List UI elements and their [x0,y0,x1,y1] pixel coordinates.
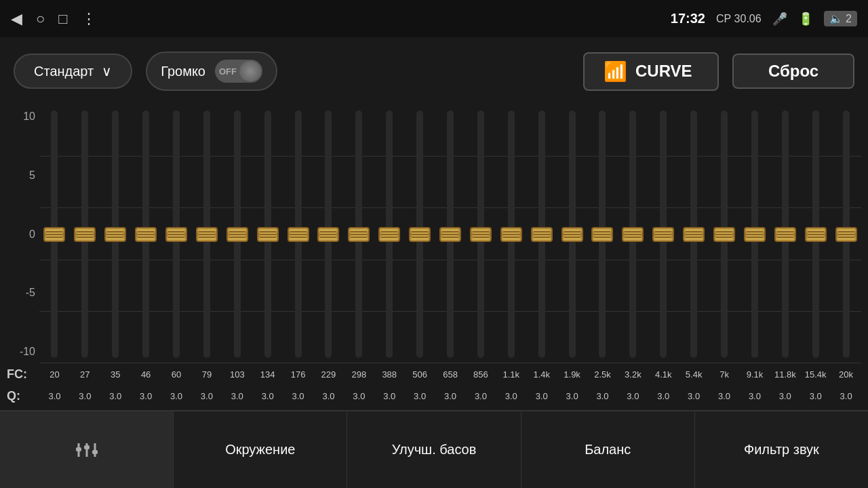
q-val-24: 3.0 [770,391,800,401]
slider-handle-5[interactable] [196,227,218,242]
volume-badge: 🔈 2 [824,11,857,26]
status-date: СР 30.06 [716,13,762,25]
svg-rect-5 [92,450,98,454]
slider-handle-12[interactable] [409,227,431,242]
curve-label: CURVE [635,62,692,81]
freq-val-2: 35 [100,369,131,380]
slider-col-17 [557,110,587,358]
slider-handle-18[interactable] [591,227,613,242]
slider-track-19[interactable] [629,110,636,358]
slider-handle-10[interactable] [348,227,370,242]
tab-surround[interactable]: Окружение [174,411,347,488]
tab-bass[interactable]: Улучш. басов [347,411,521,488]
slider-track-16[interactable] [538,110,545,358]
slider-handle-15[interactable] [500,227,522,242]
slider-handle-24[interactable] [774,227,796,242]
q-val-6: 3.0 [222,391,252,401]
slider-handle-26[interactable] [835,227,857,242]
slider-track-15[interactable] [508,110,515,358]
curve-button[interactable]: 📶 CURVE [583,52,719,91]
slider-track-11[interactable] [386,110,393,358]
slider-track-24[interactable] [782,110,789,358]
freq-values: 2027354660791031341762292983885066588561… [39,369,861,380]
reset-button[interactable]: Сброс [732,54,854,89]
tab-balance[interactable]: Баланс [521,411,695,488]
slider-track-9[interactable] [325,110,332,358]
slider-track-22[interactable] [721,110,728,358]
fc-label: FC: [7,367,39,382]
toggle-switch[interactable]: OFF [215,60,262,83]
slider-track-2[interactable] [112,110,119,358]
slider-track-10[interactable] [355,110,362,358]
home-icon[interactable]: ○ [36,10,45,28]
preset-label: Стандарт [34,64,94,79]
slider-track-21[interactable] [690,110,697,358]
slider-track-14[interactable] [477,110,484,358]
slider-handle-0[interactable] [43,227,65,242]
slider-track-0[interactable] [51,110,58,358]
menu-icon[interactable]: ⋮ [81,10,96,28]
slider-track-3[interactable] [142,110,149,358]
loudness-toggle[interactable]: Громко OFF [146,52,277,91]
slider-handle-16[interactable] [531,227,553,242]
slider-track-12[interactable] [416,110,423,358]
slider-handle-25[interactable] [805,227,827,242]
slider-col-14 [465,110,496,358]
slider-track-7[interactable] [264,110,271,358]
slider-track-1[interactable] [81,110,88,358]
slider-track-26[interactable] [843,110,850,358]
freq-val-6: 103 [222,369,252,380]
slider-handle-6[interactable] [226,227,248,242]
q-val-8: 3.0 [283,391,313,401]
freq-val-14: 856 [465,369,496,380]
slider-handle-17[interactable] [561,227,583,242]
q-val-9: 3.0 [313,391,344,401]
slider-col-7 [252,110,283,358]
equalizer-icon [73,436,100,464]
slider-track-23[interactable] [751,110,758,358]
slider-track-8[interactable] [295,110,302,358]
toggle-off-label: OFF [219,66,237,77]
back-icon[interactable]: ◀ [11,10,22,28]
tab-filter[interactable]: Фильтр звук [695,411,868,488]
q-val-2: 3.0 [100,391,131,401]
tab-equalizer[interactable] [0,411,174,488]
eq-sliders [39,105,861,363]
slider-handle-20[interactable] [652,227,674,242]
slider-handle-8[interactable] [288,227,309,242]
slider-track-5[interactable] [203,110,210,358]
recents-icon[interactable]: □ [58,10,67,28]
slider-track-20[interactable] [660,110,667,358]
bottom-nav: Окружение Улучш. басов Баланс Фильтр зву… [0,410,868,488]
slider-handle-2[interactable] [104,227,126,242]
slider-handle-19[interactable] [622,227,644,242]
filter-label: Фильтр звук [744,442,819,458]
slider-handle-14[interactable] [470,227,492,242]
slider-handle-1[interactable] [74,227,96,242]
slider-track-4[interactable] [173,110,180,358]
slider-col-9 [313,110,344,358]
slider-handle-23[interactable] [744,227,766,242]
slider-track-13[interactable] [447,110,454,358]
freq-val-26: 20k [831,369,861,380]
slider-handle-21[interactable] [683,227,705,242]
mic-icon: 🎤 [772,12,787,26]
preset-button[interactable]: Стандарт ∨ [14,54,132,89]
slider-handle-9[interactable] [317,227,339,242]
slider-handle-7[interactable] [257,227,279,242]
slider-track-25[interactable] [812,110,819,358]
slider-track-18[interactable] [599,110,606,358]
slider-handle-13[interactable] [439,227,461,242]
slider-handle-11[interactable] [378,227,400,242]
freq-val-8: 176 [283,369,313,380]
slider-track-17[interactable] [569,110,576,358]
slider-handle-22[interactable] [713,227,735,242]
q-val-0: 3.0 [39,391,70,401]
q-val-5: 3.0 [191,391,222,401]
slider-handle-3[interactable] [135,227,157,242]
slider-col-25 [800,110,831,358]
slider-track-6[interactable] [234,110,241,358]
slider-col-15 [496,110,526,358]
slider-handle-4[interactable] [165,227,187,242]
slider-col-13 [435,110,466,358]
